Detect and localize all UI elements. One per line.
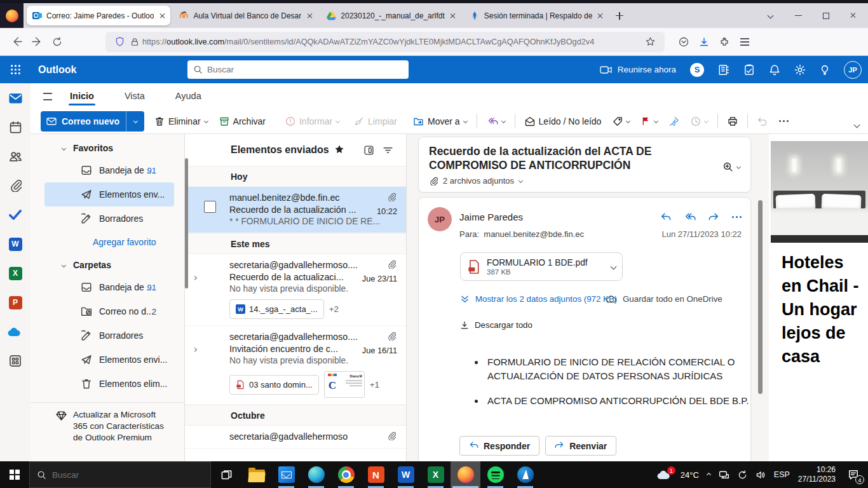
reload-button[interactable] <box>47 32 67 52</box>
taskbar-mail[interactable] <box>271 461 301 488</box>
ad-title[interactable]: Hoteles en Chail - Un hogar lejos de cas… <box>782 251 859 369</box>
skype-icon[interactable] <box>690 63 704 77</box>
tab-close-icon[interactable] <box>450 13 456 19</box>
tab-respaldo[interactable]: Sesión terminada | Respaldo de <box>465 6 609 25</box>
taskbar-word[interactable] <box>391 461 421 488</box>
forward-button[interactable] <box>27 32 47 52</box>
sidebar-item-inbox[interactable]: Bandeja de ... 91 <box>31 275 184 299</box>
print-button[interactable] <box>728 116 738 126</box>
list-item-3[interactable]: secretaria@gadvallehermoso.... Invitació… <box>185 326 406 405</box>
chevron-down-icon[interactable] <box>611 264 617 270</box>
categorize-button[interactable] <box>613 116 630 126</box>
group-header-month[interactable]: Este mes <box>185 233 406 254</box>
maximize-button[interactable] <box>812 3 840 28</box>
sidebar-item-sent-fav[interactable]: Elementos env... <box>44 182 174 207</box>
notifications-bell-icon[interactable] <box>769 64 780 76</box>
tab-close-icon[interactable] <box>597 13 604 19</box>
delete-button[interactable]: Eliminar <box>154 116 208 126</box>
people-module-button[interactable] <box>0 142 31 171</box>
download-all-link[interactable]: Descargar todo <box>460 320 532 330</box>
collapse-toolbar-button[interactable] <box>855 118 859 130</box>
show-attachments-link[interactable]: Mostrar los 2 datos adjuntos (972 KB) <box>460 294 617 304</box>
list-item-1[interactable]: manuel.benitez@bde.fin.ec Recuerdo de la… <box>185 187 406 233</box>
taskbar-chrome[interactable] <box>331 461 361 488</box>
firefox-view-button[interactable] <box>0 3 24 28</box>
sweep-button[interactable]: Limpiar <box>354 116 397 126</box>
zoom-button[interactable] <box>722 161 740 172</box>
onenote-icon[interactable] <box>718 64 729 76</box>
todo-module-button[interactable] <box>0 200 31 229</box>
more-commands-button[interactable] <box>779 120 789 122</box>
tab-manual-pdf[interactable]: 20230120_-_manual_de_arlfdt <box>321 6 461 25</box>
group-header-october[interactable]: Octubre <box>185 405 406 426</box>
language-indicator[interactable]: ESP <box>774 470 790 479</box>
tab-close-icon[interactable] <box>306 13 313 19</box>
taskbar-search-input[interactable] <box>52 470 203 480</box>
mail-module-button[interactable] <box>0 83 31 112</box>
reply-all-button[interactable] <box>487 116 505 126</box>
attachment-thumbnail[interactable]: C Diana M <box>324 371 365 398</box>
notification-center-button[interactable]: 4 <box>844 469 863 480</box>
tab-close-icon[interactable] <box>159 13 165 19</box>
more-actions-icon[interactable] <box>732 216 742 218</box>
tab-aula-virtual[interactable]: Aula Virtual del Banco de Desar <box>173 6 318 25</box>
account-avatar[interactable]: JP <box>844 61 862 79</box>
url-text[interactable]: https://outlook.live.com/mail/0/sentitem… <box>142 37 642 46</box>
taskbar-blue-sail-app[interactable] <box>510 461 540 488</box>
archive-button[interactable]: Archivar <box>219 116 266 126</box>
bookmark-star-icon[interactable] <box>642 32 658 52</box>
excel-module-button[interactable] <box>0 259 31 288</box>
tab-vista[interactable]: Vista <box>123 85 146 107</box>
weather-icon[interactable]: 1 <box>657 470 672 480</box>
start-button[interactable] <box>0 461 29 488</box>
taskbar-excel[interactable] <box>421 461 451 488</box>
back-button[interactable] <box>6 32 27 52</box>
sender-avatar[interactable]: JP <box>428 207 452 231</box>
reading-scrollbar[interactable] <box>758 200 763 394</box>
new-tab-button[interactable] <box>609 3 630 28</box>
todo-tasks-icon[interactable] <box>743 64 755 76</box>
folders-header[interactable]: Carpetas <box>31 254 184 275</box>
hidden-icons-chevron[interactable] <box>707 473 710 477</box>
taskbar-edge[interactable] <box>301 461 331 488</box>
more-attachments[interactable]: +1 <box>370 380 379 390</box>
snooze-button[interactable] <box>691 116 708 126</box>
app-launcher-button[interactable] <box>0 56 31 83</box>
volume-icon[interactable] <box>756 470 766 480</box>
outlook-search-box[interactable] <box>187 60 409 79</box>
expand-chevron-icon[interactable] <box>193 271 196 282</box>
list-item-4[interactable]: secretaria@gadvallehermoso <box>185 426 406 449</box>
move-to-button[interactable]: Mover a <box>413 116 467 126</box>
shield-icon[interactable] <box>112 32 127 52</box>
tips-lightbulb-icon[interactable] <box>820 64 830 76</box>
calendar-module-button[interactable] <box>0 112 31 142</box>
tab-outlook[interactable]: Correo: Jaime Paredes - Outloo <box>27 6 170 25</box>
attachment-card[interactable]: FORMULARIO 1 BDE.pdf 387 KB <box>460 252 623 281</box>
powerpoint-module-button[interactable] <box>0 288 31 317</box>
network-icon[interactable] <box>719 470 729 480</box>
flag-button[interactable] <box>641 116 658 126</box>
forward-button[interactable]: Reenviar <box>545 436 616 456</box>
sender-name[interactable]: Jaime Paredes <box>459 212 523 222</box>
select-messages-icon[interactable] <box>359 145 378 156</box>
premium-upsell[interactable]: Actualizar a Microsoft 365 con Caracterí… <box>31 402 184 444</box>
forward-icon[interactable] <box>709 212 719 222</box>
sidebar-item-sent[interactable]: Elementos envi... <box>31 348 184 372</box>
favorites-header[interactable]: Favoritos <box>31 134 184 158</box>
more-apps-button[interactable] <box>0 346 31 376</box>
extension-icon[interactable] <box>714 32 735 52</box>
clock[interactable]: 10:26 27/11/2023 <box>798 465 836 484</box>
taskbar-firefox[interactable] <box>451 461 480 488</box>
meet-now-button[interactable]: Reunirse ahora <box>600 65 676 75</box>
list-all-tabs-button[interactable] <box>756 3 784 28</box>
taskbar-search[interactable] <box>29 461 211 488</box>
filter-icon[interactable] <box>378 145 397 156</box>
settings-gear-icon[interactable] <box>794 64 806 76</box>
word-module-button[interactable] <box>0 229 31 259</box>
sidebar-item-inbox-fav[interactable]: Bandeja de ... 91 <box>31 158 184 182</box>
more-attachments[interactable]: +2 <box>329 304 339 314</box>
attachment-chip[interactable]: 03 santo domin... <box>229 375 319 395</box>
favorite-star-icon[interactable] <box>334 144 344 156</box>
read-unread-button[interactable]: Leído / No leído <box>525 116 602 126</box>
pin-button[interactable] <box>669 116 679 126</box>
